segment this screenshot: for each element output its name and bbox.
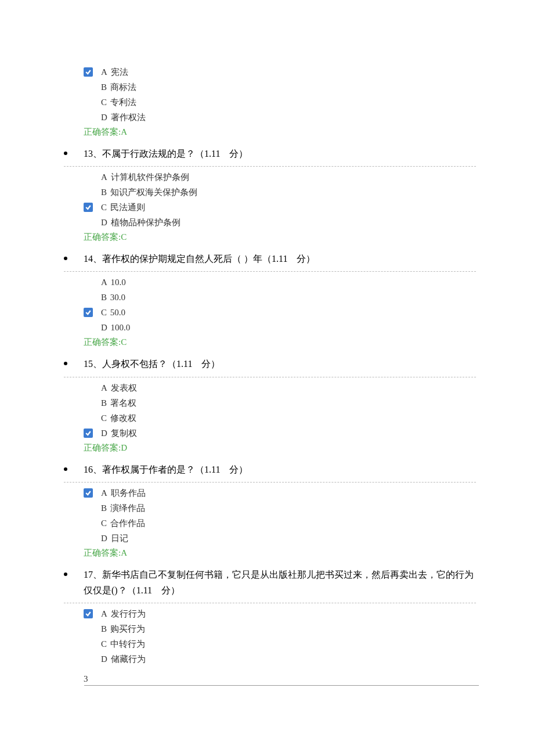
option-row[interactable]: B 商标法 bbox=[84, 80, 476, 94]
option-letter: A bbox=[101, 278, 107, 287]
option-letter: A bbox=[101, 172, 107, 182]
option-row[interactable]: A 宪法 bbox=[84, 65, 476, 79]
checkbox-wrap bbox=[84, 429, 101, 438]
option-text: 发行行为 bbox=[109, 609, 146, 618]
question-block: 13、不属于行政法规的是？（1.11 分）A 计算机软件保护条例B 知识产权海关… bbox=[64, 143, 476, 243]
option-row[interactable]: A 发行行为 bbox=[84, 607, 476, 621]
option-text: 知识产权海关保护条例 bbox=[108, 188, 197, 197]
option-text: 著作权法 bbox=[109, 113, 146, 122]
option-label: B 知识产权海关保护条例 bbox=[101, 185, 197, 199]
option-row[interactable]: C 民法通则 bbox=[84, 200, 476, 214]
check-icon bbox=[84, 429, 93, 438]
question-points: （1.11 分） bbox=[127, 585, 180, 595]
option-row[interactable]: B 购买行为 bbox=[84, 622, 476, 636]
checkbox-wrap bbox=[84, 609, 101, 618]
divider bbox=[64, 166, 476, 167]
option-row[interactable]: D 日记 bbox=[84, 531, 476, 545]
option-label: D 著作权法 bbox=[101, 110, 146, 124]
question-title: 16、著作权属于作者的是？（1.11 分） bbox=[64, 459, 476, 480]
option-letter: D bbox=[101, 113, 107, 122]
divider bbox=[64, 603, 476, 603]
correct-answer: 正确答案:D bbox=[64, 442, 476, 453]
option-label: B 署名权 bbox=[101, 396, 136, 410]
option-label: C 50.0 bbox=[101, 305, 125, 319]
question-block: 16、著作权属于作者的是？（1.11 分）A 职务作品B 演绎作品C 合作作品D… bbox=[64, 459, 476, 559]
question-separator: 、 bbox=[93, 149, 102, 159]
option-row[interactable]: A 10.0 bbox=[84, 275, 476, 289]
option-label: A 10.0 bbox=[101, 275, 126, 289]
correct-answer: 正确答案:C bbox=[64, 337, 476, 348]
question-title: 17、新华书店自己不复制任何书籍，它只是从出版社那儿把书买过来，然后再卖出去，它… bbox=[64, 564, 476, 600]
option-text: 计算机软件保护条例 bbox=[109, 172, 189, 182]
option-label: A 职务作品 bbox=[101, 486, 146, 500]
option-text: 30.0 bbox=[108, 293, 125, 302]
divider bbox=[64, 482, 476, 483]
check-icon bbox=[84, 488, 93, 498]
option-letter: C bbox=[101, 308, 107, 317]
options-group: A 发行行为B 购买行为C 中转行为D 储藏行为 bbox=[64, 607, 476, 666]
option-row[interactable]: C 合作作品 bbox=[84, 516, 476, 530]
question-block: 14、著作权的保护期规定自然人死后（ ）年（1.11 分）A 10.0B 30.… bbox=[64, 249, 476, 348]
option-letter: A bbox=[101, 383, 107, 393]
option-row[interactable]: A 发表权 bbox=[84, 381, 476, 395]
options-group: A 发表权B 署名权C 修改权D 复制权 bbox=[64, 381, 476, 440]
correct-answer-top: 正确答案:A bbox=[64, 127, 476, 138]
correct-answer: 正确答案:C bbox=[64, 232, 476, 243]
questions-container: 13、不属于行政法规的是？（1.11 分）A 计算机软件保护条例B 知识产权海关… bbox=[64, 143, 476, 666]
options-group: A 职务作品B 演绎作品C 合作作品D 日记 bbox=[64, 486, 476, 545]
option-row[interactable]: A 计算机软件保护条例 bbox=[84, 170, 476, 184]
option-label: D 储藏行为 bbox=[101, 652, 146, 666]
question-separator: 、 bbox=[93, 359, 102, 369]
question-text: 著作权的保护期规定自然人死后（ ）年 bbox=[102, 254, 262, 264]
question-number: 17 bbox=[84, 570, 93, 579]
option-row[interactable]: C 50.0 bbox=[84, 305, 476, 319]
question-text: 著作权属于作者的是？ bbox=[102, 465, 195, 474]
option-row[interactable]: C 专利法 bbox=[84, 95, 476, 109]
page: A 宪法B 商标法C 专利法D 著作权法 正确答案:A 13、不属于行政法规的是… bbox=[0, 0, 534, 709]
option-row[interactable]: D 植物品种保护条例 bbox=[84, 215, 476, 229]
option-label: C 中转行为 bbox=[101, 637, 145, 651]
option-letter: B bbox=[101, 398, 107, 408]
option-row[interactable]: A 职务作品 bbox=[84, 486, 476, 500]
question-number: 16 bbox=[84, 465, 93, 474]
option-row[interactable]: B 署名权 bbox=[84, 396, 476, 410]
question-text: 人身权不包括？ bbox=[102, 359, 167, 369]
option-row[interactable]: D 100.0 bbox=[84, 321, 476, 334]
option-row[interactable]: B 30.0 bbox=[84, 290, 476, 304]
option-row[interactable]: C 中转行为 bbox=[84, 637, 476, 651]
option-text: 复制权 bbox=[109, 429, 137, 438]
question-separator: 、 bbox=[93, 570, 102, 579]
option-letter: B bbox=[101, 503, 107, 513]
correct-answer-text: 正确答案:C bbox=[84, 337, 127, 347]
check-icon bbox=[84, 67, 93, 77]
option-text: 50.0 bbox=[108, 308, 125, 317]
option-text: 职务作品 bbox=[109, 488, 146, 498]
option-letter: B bbox=[101, 82, 107, 92]
checkbox-wrap bbox=[84, 308, 101, 317]
option-label: B 购买行为 bbox=[101, 622, 145, 636]
option-row[interactable]: D 储藏行为 bbox=[84, 652, 476, 666]
option-row[interactable]: C 修改权 bbox=[84, 411, 476, 425]
option-label: C 专利法 bbox=[101, 95, 136, 109]
option-row[interactable]: B 演绎作品 bbox=[84, 501, 476, 515]
option-text: 植物品种保护条例 bbox=[109, 218, 181, 227]
correct-answer-text: 正确答案:D bbox=[84, 443, 127, 452]
option-label: C 合作作品 bbox=[101, 516, 145, 530]
option-row[interactable]: D 复制权 bbox=[84, 426, 476, 440]
page-number: 3 bbox=[64, 674, 476, 686]
option-row[interactable]: B 知识产权海关保护条例 bbox=[84, 185, 476, 199]
option-letter: D bbox=[101, 218, 107, 227]
option-label: D 植物品种保护条例 bbox=[101, 215, 181, 229]
divider bbox=[64, 271, 476, 272]
page-number-underline bbox=[84, 685, 479, 686]
question-continuation: A 宪法B 商标法C 专利法D 著作权法 正确答案:A bbox=[64, 65, 476, 138]
checkbox-wrap bbox=[84, 67, 101, 77]
option-text: 中转行为 bbox=[108, 639, 145, 649]
option-text: 购买行为 bbox=[108, 624, 145, 633]
check-icon bbox=[84, 308, 93, 317]
option-letter: C bbox=[101, 413, 107, 423]
option-text: 日记 bbox=[109, 534, 128, 543]
option-text: 演绎作品 bbox=[108, 503, 145, 513]
option-row[interactable]: D 著作权法 bbox=[84, 110, 476, 124]
question-title: 15、人身权不包括？（1.11 分） bbox=[64, 354, 476, 374]
